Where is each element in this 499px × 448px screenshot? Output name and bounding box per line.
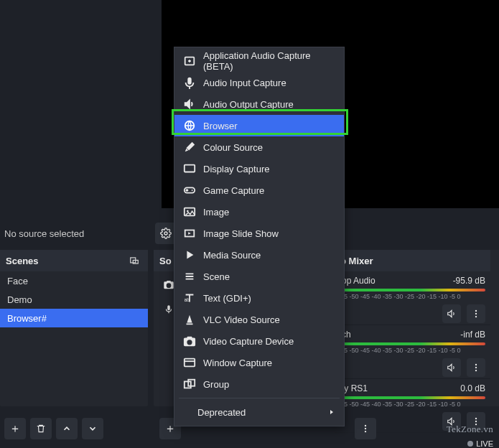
svg-point-8 (475, 370, 477, 371)
chevron-up-icon (62, 424, 72, 434)
scene-item[interactable]: Face (0, 271, 148, 290)
channel-menu-button[interactable] (467, 304, 485, 323)
sources-title: So (159, 256, 172, 266)
app-audio-icon (183, 55, 196, 67)
level-meter (342, 342, 485, 345)
menu-item-label: Game Capture (203, 185, 264, 196)
menu-item-label: Window Capture (203, 358, 272, 368)
brush-icon (183, 141, 196, 154)
scenes-detach-button[interactable] (126, 253, 142, 269)
menu-item-colour-source[interactable]: Colour Source (174, 136, 344, 158)
menu-item-label: VLC Video Source (203, 314, 280, 325)
add-source-context-menu: Application Audio Capture (BETA)Audio In… (174, 47, 345, 426)
gamepad-icon (183, 184, 196, 197)
live-dot-icon (467, 441, 473, 447)
group-icon (183, 378, 196, 391)
more-vertical-icon (471, 363, 481, 373)
menu-item-browser[interactable]: Browser (174, 115, 344, 136)
menu-item-vlc-video-source[interactable]: VLC Video Source (174, 309, 344, 330)
menu-item-media-source[interactable]: Media Source (174, 244, 344, 266)
speaker-icon (447, 363, 457, 373)
mixer-header: o Mixer (335, 250, 493, 271)
svg-point-13 (365, 428, 366, 429)
list-icon (183, 270, 196, 283)
move-scene-up-button[interactable] (56, 418, 78, 439)
speaker-icon (447, 309, 457, 319)
menu-item-application-audio-capture-beta[interactable]: Application Audio Capture (BETA) (174, 50, 344, 72)
menu-item-deprecated[interactable]: Deprecated (174, 401, 344, 423)
svg-point-6 (475, 364, 477, 365)
svg-point-4 (475, 313, 477, 314)
channel-db: -inf dB (460, 330, 485, 340)
svg-point-7 (475, 367, 477, 368)
mixer-channel: op Audio-95.9 dB-5 -50 -45 -40 -35 -30 -… (335, 271, 493, 325)
watermark: TekZone.vn (447, 424, 493, 435)
svg-point-3 (475, 310, 477, 312)
status-text: No source selected (4, 228, 84, 239)
menu-item-video-capture-device[interactable]: Video Capture Device (174, 330, 344, 352)
scenes-header: Scenes (0, 250, 148, 271)
menu-item-window-capture[interactable]: Window Capture (174, 352, 344, 373)
svg-rect-26 (188, 380, 195, 386)
live-label: LIVE (476, 439, 493, 448)
meter-ticks: -5 -50 -45 -40 -35 -30 -25 -20 -15 -10 -… (342, 347, 485, 354)
play-icon (183, 248, 196, 261)
menu-item-label: Audio Output Capture (203, 99, 294, 110)
mixer-toolbar (355, 418, 376, 439)
menu-separator (179, 398, 340, 398)
cone-icon (183, 313, 196, 326)
mute-button[interactable] (442, 304, 461, 323)
menu-item-audio-output-capture[interactable]: Audio Output Capture (174, 93, 344, 115)
svg-point-0 (164, 232, 167, 235)
scene-item[interactable]: Demo (0, 290, 148, 309)
camera-icon (163, 279, 174, 291)
text-icon: ab (183, 291, 196, 304)
svg-point-10 (475, 421, 477, 422)
status-bar: No source selected (0, 223, 151, 244)
mixer-menu-button[interactable] (355, 418, 376, 439)
level-meter (342, 289, 485, 291)
channel-db: 0.0 dB (460, 383, 485, 393)
svg-point-12 (365, 425, 366, 426)
menu-item-label: Application Audio Capture (BETA) (203, 50, 335, 72)
gear-icon (160, 228, 172, 239)
menu-item-display-capture[interactable]: Display Capture (174, 158, 344, 179)
scenes-list[interactable]: FaceDemoBrowser# (0, 271, 148, 327)
scenes-panel: Scenes FaceDemoBrowser# (0, 250, 148, 406)
mute-button[interactable] (442, 358, 461, 377)
mixer-title: o Mixer (340, 256, 373, 266)
svg-rect-25 (185, 381, 191, 388)
svg-point-5 (475, 316, 477, 317)
channel-name: op Audio (342, 276, 376, 286)
menu-item-label: Scene (203, 271, 230, 282)
channel-menu-button[interactable] (467, 358, 485, 377)
scenes-title: Scenes (6, 256, 39, 266)
add-scene-button[interactable] (4, 418, 26, 439)
slideshow-icon (183, 227, 196, 240)
menu-item-label: Deprecated (197, 407, 246, 418)
move-scene-down-button[interactable] (82, 418, 103, 439)
menu-item-game-capture[interactable]: Game Capture (174, 179, 344, 201)
svg-point-14 (365, 431, 366, 432)
scenes-toolbar (4, 418, 103, 439)
menu-item-audio-input-capture[interactable]: Audio Input Capture (174, 72, 344, 93)
menu-item-label: Audio Input Capture (203, 78, 286, 88)
globe-icon (183, 119, 196, 132)
svg-text:ab: ab (185, 297, 190, 302)
menu-item-label: Media Source (203, 250, 261, 261)
menu-item-group[interactable]: Group (174, 373, 344, 395)
menu-item-image-slide-show[interactable]: Image Slide Show (174, 223, 344, 244)
menu-item-scene[interactable]: Scene (174, 266, 344, 287)
more-vertical-icon (360, 424, 370, 434)
speaker-out-icon (183, 98, 196, 111)
meter-ticks: -5 -50 -45 -40 -35 -30 -25 -20 -15 -10 -… (342, 293, 485, 300)
mixer-channel: ch-inf dB-5 -50 -45 -40 -35 -30 -25 -20 … (335, 325, 493, 379)
audio-mixer-panel: o Mixer op Audio-95.9 dB-5 -50 -45 -40 -… (335, 250, 493, 406)
menu-item-image[interactable]: Image (174, 201, 344, 223)
menu-item-label: Display Capture (203, 164, 270, 174)
remove-scene-button[interactable] (30, 418, 52, 439)
svg-rect-17 (185, 165, 195, 172)
more-vertical-icon (471, 309, 481, 319)
scene-item[interactable]: Browser# (0, 309, 148, 327)
menu-item-text-gdi[interactable]: abText (GDI+) (174, 287, 344, 309)
